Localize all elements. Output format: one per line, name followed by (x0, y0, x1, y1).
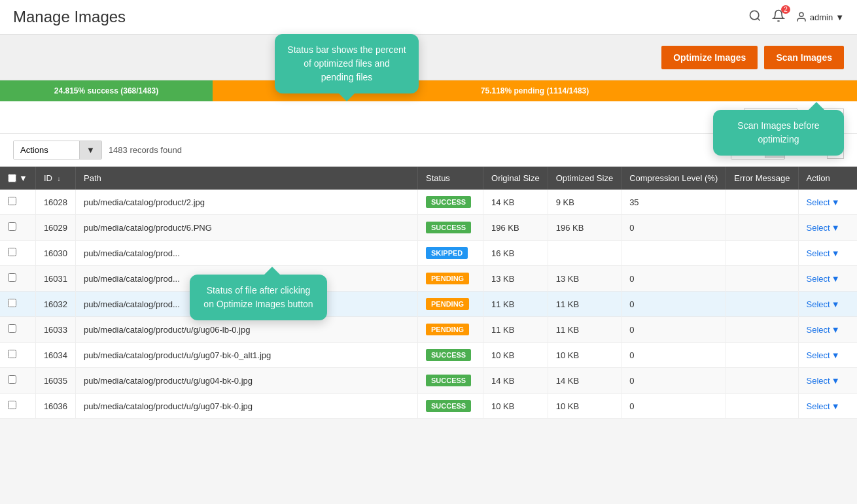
row-checkbox[interactable] (8, 197, 16, 205)
row-action[interactable]: Select ▼ (798, 343, 857, 368)
row-id: 16029 (35, 215, 75, 241)
row-compression: 0 (621, 292, 726, 317)
row-compression (621, 241, 726, 266)
row-checkbox[interactable] (8, 324, 16, 333)
row-checkbox[interactable] (8, 222, 16, 231)
images-table: ▼ ID ↓ Path Status Original Size Optimiz… (0, 167, 857, 419)
action-select-arrow: ▼ (831, 401, 840, 411)
notifications-icon[interactable]: 2 (772, 9, 785, 25)
progress-bar: 24.815% success (368/1483) 75.118% pendi… (0, 80, 857, 101)
row-checkbox-cell[interactable] (0, 266, 35, 292)
row-optimized-size: 11 KB (548, 317, 621, 343)
action-select-arrow: ▼ (831, 197, 840, 207)
action-select-button[interactable]: Select ▼ (807, 401, 850, 411)
row-action[interactable]: Select ▼ (798, 241, 857, 266)
actions-select[interactable]: Actions (14, 141, 79, 159)
row-checkbox[interactable] (8, 375, 16, 384)
status-badge: SUCCESS (426, 375, 471, 386)
row-checkbox[interactable] (8, 401, 16, 409)
table-row: 16029 pub/media/catalog/product/6.PNG SU… (0, 215, 857, 241)
row-checkbox-cell[interactable] (0, 317, 35, 343)
row-status: SUCCESS (418, 394, 483, 419)
page-title: Manage Images (13, 8, 126, 26)
row-action[interactable]: Select ▼ (798, 190, 857, 215)
row-error (726, 215, 798, 241)
actions-dropdown-arrow[interactable]: ▼ (79, 141, 101, 159)
row-path: pub/media/catalog/product/u/g/ug04-bk-0.… (76, 368, 418, 394)
svg-line-1 (758, 18, 760, 20)
row-optimized-size: 13 KB (548, 266, 621, 292)
action-select-button[interactable]: Select ▼ (807, 350, 850, 360)
header-checkbox-arrow[interactable]: ▼ (19, 173, 27, 183)
tooltip-scan-images: Scan Images before optimizing (713, 110, 844, 156)
row-id: 16031 (35, 266, 75, 292)
row-checkbox[interactable] (8, 248, 16, 256)
row-checkbox-cell[interactable] (0, 190, 35, 215)
action-select-button[interactable]: Select ▼ (807, 325, 850, 335)
row-id: 16030 (35, 241, 75, 266)
admin-menu[interactable]: admin ▼ (796, 11, 844, 23)
action-select-button[interactable]: Select ▼ (807, 274, 850, 284)
table-row: 16031 pub/media/catalog/prod... PENDING … (0, 266, 857, 292)
row-checkbox-cell[interactable] (0, 241, 35, 266)
status-badge: SUCCESS (426, 349, 471, 361)
select-all-th[interactable]: ▼ (0, 167, 35, 190)
status-badge: PENDING (426, 298, 469, 310)
row-action[interactable]: Select ▼ (798, 215, 857, 241)
tooltip-optimize-status: Status of file after clicking on Optimiz… (190, 275, 327, 320)
row-action[interactable]: Select ▼ (798, 394, 857, 419)
action-select-button[interactable]: Select ▼ (807, 197, 850, 207)
row-compression: 0 (621, 368, 726, 394)
row-path: pub/media/catalog/product/6.PNG (76, 215, 418, 241)
action-select-button[interactable]: Select ▼ (807, 223, 850, 233)
page-header: Manage Images 2 admin ▼ (0, 0, 857, 35)
row-optimized-size: 14 KB (548, 368, 621, 394)
col-path: Path (76, 167, 418, 190)
row-checkbox[interactable] (8, 350, 16, 358)
col-id[interactable]: ID ↓ (35, 167, 75, 190)
row-checkbox[interactable] (8, 273, 16, 282)
row-optimized-size: 11 KB (548, 292, 621, 317)
row-error (726, 394, 798, 419)
row-original-size: 11 KB (483, 317, 548, 343)
actions-dropdown[interactable]: Actions ▼ (13, 141, 102, 160)
action-select-button[interactable]: Select ▼ (807, 299, 850, 309)
row-checkbox-cell[interactable] (0, 215, 35, 241)
action-select-arrow: ▼ (831, 299, 840, 309)
row-checkbox-cell[interactable] (0, 292, 35, 317)
select-all-checkbox[interactable] (8, 174, 16, 182)
scan-images-button[interactable]: Scan Images (764, 46, 844, 69)
table-row: 16032 pub/media/catalog/prod... PENDING … (0, 292, 857, 317)
status-badge: PENDING (426, 273, 469, 284)
table-row: 16035 pub/media/catalog/product/u/g/ug04… (0, 368, 857, 394)
row-id: 16028 (35, 190, 75, 215)
search-icon[interactable] (748, 9, 761, 25)
row-checkbox-cell[interactable] (0, 368, 35, 394)
table-row: 16033 pub/media/catalog/product/u/g/ug06… (0, 317, 857, 343)
action-select-button[interactable]: Select ▼ (807, 248, 850, 258)
row-checkbox-cell[interactable] (0, 343, 35, 368)
row-action[interactable]: Select ▼ (798, 368, 857, 394)
row-compression: 0 (621, 266, 726, 292)
row-id: 16034 (35, 343, 75, 368)
row-action[interactable]: Select ▼ (798, 317, 857, 343)
tooltip-optimize-text: Status of file after clicking on Optimiz… (203, 285, 313, 309)
row-error (726, 292, 798, 317)
row-path: pub/media/catalog/product/u/g/ug06-lb-0.… (76, 317, 418, 343)
row-optimized-size: 9 KB (548, 190, 621, 215)
optimize-images-button[interactable]: Optimize Images (661, 46, 758, 69)
tooltip-scan-text: Scan Images before optimizing (737, 120, 819, 144)
table-row: 16036 pub/media/catalog/product/u/g/ug07… (0, 394, 857, 419)
notification-count: 2 (781, 5, 790, 14)
row-compression: 0 (621, 394, 726, 419)
admin-chevron-icon: ▼ (835, 12, 844, 22)
row-checkbox[interactable] (8, 299, 16, 307)
row-error (726, 266, 798, 292)
row-action[interactable]: Select ▼ (798, 266, 857, 292)
row-checkbox-cell[interactable] (0, 394, 35, 419)
row-original-size: 196 KB (483, 215, 548, 241)
row-action[interactable]: Select ▼ (798, 292, 857, 317)
action-select-button[interactable]: Select ▼ (807, 376, 850, 386)
tooltip-status-bar: Status bar shows the percent of optimize… (275, 34, 419, 93)
row-id: 16035 (35, 368, 75, 394)
